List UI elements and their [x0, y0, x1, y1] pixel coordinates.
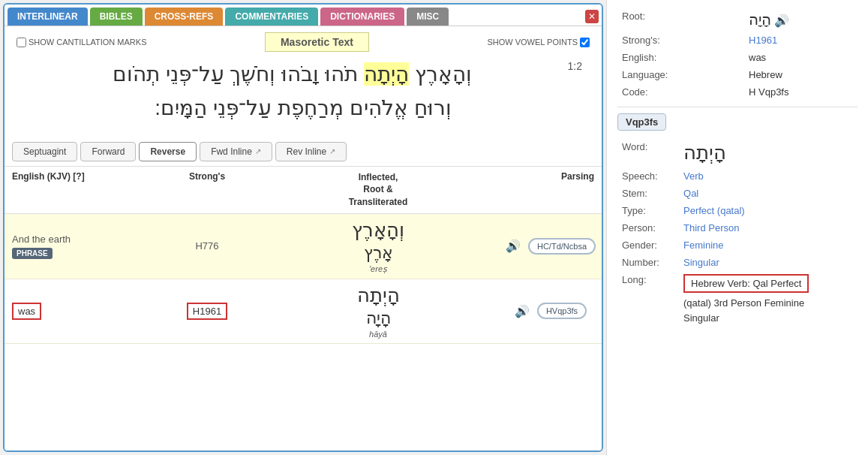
rev-inline-icon: ↗: [329, 147, 335, 155]
gender-link[interactable]: Feminine: [683, 240, 723, 251]
table-area: English (KJV) [?] Strong's Inflected,Roo…: [5, 167, 602, 450]
was-box: was: [12, 303, 41, 320]
cantillation-toggle[interactable]: SHOW CANTILLATION MARKS: [17, 38, 146, 47]
table-header: English (KJV) [?] Strong's Inflected,Roo…: [5, 167, 602, 214]
word-hebrew: הָיְתָה: [683, 141, 726, 164]
tab-rev-inline[interactable]: Rev Inline ↗: [275, 142, 347, 161]
hebrew-large-2: הָיְתָה: [357, 284, 400, 307]
language-row: Language: Hebrew: [617, 66, 857, 83]
vowel-label: SHOW VOWEL POINTS: [487, 38, 578, 47]
col-strongs: Strong's: [162, 171, 252, 209]
strongs-value: H1961: [744, 32, 857, 49]
hebrew-cell-1: וְהָאָרֶץ אָרֶץ 'ereṣ: [252, 218, 504, 274]
tab-dictionaries[interactable]: DICTIONARIES: [320, 8, 404, 26]
number-label: Number:: [617, 254, 679, 271]
number-value: Singular: [679, 254, 857, 271]
root-hebrew: הָיָה: [749, 11, 771, 28]
english-cell-1: And the earth PHRASE: [12, 234, 162, 259]
tab-fwd-inline[interactable]: Fwd Inline ↗: [200, 142, 272, 161]
audio-icon[interactable]: 🔊: [774, 14, 789, 27]
type-value: Perfect (qatal): [679, 202, 857, 219]
word-value: הָיְתָה: [679, 138, 857, 167]
hebrew-cell-2: הָיְתָה הָיָה hāyâ: [252, 284, 504, 339]
col-parsing: Parsing: [504, 171, 594, 209]
language-label: Language:: [617, 66, 744, 83]
stem-value: Qal: [679, 185, 857, 202]
person-link[interactable]: Third Person: [683, 222, 739, 234]
type-link[interactable]: Perfect (qatal): [683, 205, 745, 216]
hebrew-medium-1: אָרֶץ: [364, 243, 393, 263]
audio-button-1[interactable]: 🔊: [506, 239, 521, 253]
stem-link[interactable]: Qal: [683, 188, 698, 199]
vowel-checkbox[interactable]: [580, 38, 590, 47]
tab-bibles[interactable]: BIBLES: [90, 8, 143, 26]
gender-row: Gender: Feminine: [617, 237, 857, 254]
tab-misc[interactable]: MISC: [407, 8, 449, 26]
tab-commentaries[interactable]: COMMENTARIES: [225, 8, 318, 26]
person-label: Person:: [617, 219, 679, 237]
english-value: was: [744, 49, 857, 66]
long-row: Long: Hebrew Verb: Qal Perfect (qatal) 3…: [617, 271, 857, 328]
strongs-cell-1: H776: [162, 240, 252, 252]
hebrew-text-display: 1:2 וְהָאָרֶץ הָיְתָה תֹהוּ וָבֹהוּ וְחֹ…: [17, 58, 590, 125]
tab-septuagint[interactable]: Septuagint: [12, 142, 77, 161]
code-row: Code: H Vqp3fs: [617, 83, 857, 101]
strongs-row: Strong's: H1961: [617, 32, 857, 49]
language-value: Hebrew: [744, 66, 857, 83]
person-value: Third Person: [679, 219, 857, 237]
strongs-value-1[interactable]: H776: [195, 240, 218, 252]
speech-link[interactable]: Verb: [683, 170, 704, 182]
type-label: Type:: [617, 202, 679, 219]
speech-row: Speech: Verb: [617, 167, 857, 185]
hebrew-line2: וְרוּחַ אֱלֹהִים מְרַחֶפֶת עַל־פְּנֵי הַ…: [155, 96, 451, 119]
close-button[interactable]: ✕: [585, 10, 599, 23]
hebrew-medium-2: הָיָה: [366, 309, 391, 328]
parsing-button-2[interactable]: HVqp3fs: [537, 303, 587, 319]
stem-label: Stem:: [617, 185, 679, 202]
cantillation-checkbox[interactable]: [17, 38, 26, 47]
english-row: English: was: [617, 49, 857, 66]
hebrew-header: SHOW CANTILLATION MARKS Masoretic Text S…: [5, 26, 602, 137]
tab-reverse[interactable]: Reverse: [139, 142, 197, 161]
strongs-link-2[interactable]: H1961: [187, 303, 227, 320]
masoretic-label: Masoretic Text: [265, 32, 369, 52]
col-english: English (KJV) [?]: [12, 171, 162, 209]
strongs-label: Strong's:: [617, 32, 744, 49]
table-row: was H1961 הָיְתָה הָיָה hāyâ 🔊 HVqp3fs: [5, 279, 602, 344]
tab-interlinear[interactable]: INTERLINEAR: [8, 8, 88, 26]
word-label: Word:: [617, 138, 679, 167]
phrase-badge: PHRASE: [12, 248, 53, 259]
highlighted-word[interactable]: הָיְתָה: [364, 62, 409, 86]
parsing-button-1[interactable]: HC/Td/Ncbsa: [528, 238, 596, 255]
table-row: And the earth PHRASE H776 וְהָאָרֶץ אָרֶ…: [5, 214, 602, 279]
english-text-1: And the earth: [12, 234, 162, 245]
root-row: Root: הָיָה 🔊: [617, 8, 857, 32]
grammar-info-table: Word: הָיְתָה Speech: Verb Stem: Qal Typ…: [617, 138, 857, 328]
stem-row: Stem: Qal: [617, 185, 857, 202]
code-value: H Vqp3fs: [744, 83, 857, 101]
right-panel: Root: הָיָה 🔊 Strong's: H1961 English: w…: [606, 0, 868, 455]
tab-cross-refs[interactable]: CROSS-REFS: [145, 8, 224, 26]
number-row: Number: Singular: [617, 254, 857, 271]
english-label: English:: [617, 49, 744, 66]
divider-1: [617, 107, 857, 107]
root-value: הָיָה 🔊: [744, 8, 857, 32]
vowel-toggle[interactable]: SHOW VOWEL POINTS: [487, 38, 590, 47]
person-row: Person: Third Person: [617, 219, 857, 237]
parsing-cell-2: 🔊 HVqp3fs: [504, 303, 594, 319]
number-link[interactable]: Singular: [683, 257, 719, 268]
tab-forward[interactable]: Forward: [80, 142, 136, 161]
speech-label: Speech:: [617, 167, 679, 185]
gender-label: Gender:: [617, 237, 679, 254]
audio-button-2[interactable]: 🔊: [515, 304, 530, 318]
marks-row: SHOW CANTILLATION MARKS Masoretic Text S…: [17, 32, 590, 52]
code-label: Code:: [617, 83, 744, 101]
interlinear-tabs: Septuagint Forward Reverse Fwd Inline ↗ …: [5, 137, 602, 167]
hebrew-line1: וְהָאָרֶץ הָיְתָה תֹהוּ וָבֹהוּ וְחֹשֶׁך…: [113, 62, 472, 86]
strongs-link[interactable]: H1961: [749, 35, 777, 46]
vqp-badge[interactable]: Vqp3fs: [617, 113, 666, 131]
long-desc: (qatal) 3rd Person FeminineSingular: [683, 296, 853, 325]
fwd-inline-label: Fwd Inline: [211, 146, 252, 157]
gender-value: Feminine: [679, 237, 857, 254]
tab-bar: INTERLINEAR BIBLES CROSS-REFS COMMENTARI…: [5, 5, 602, 26]
